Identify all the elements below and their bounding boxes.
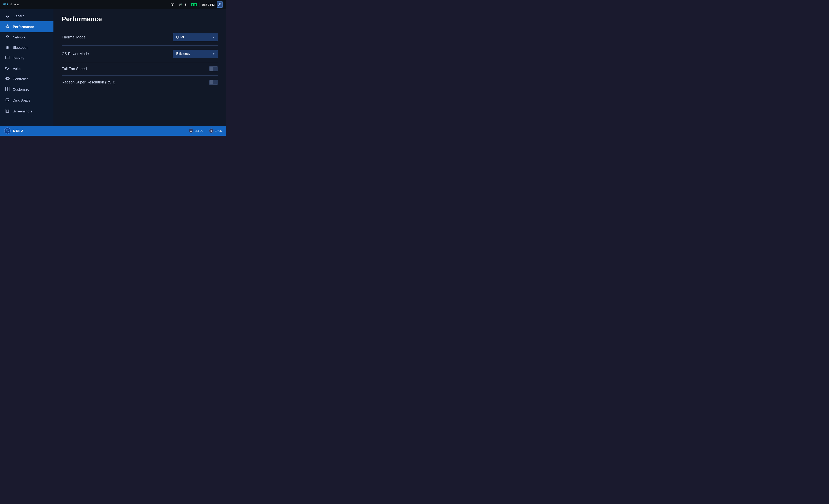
performance-icon — [5, 24, 10, 29]
status-bar: FPS 0 0ms 🎮 ✱ ▮▮▮ 10:59 PM — [0, 0, 226, 9]
divider-2 — [189, 2, 189, 7]
sidebar-item-general[interactable]: ⚙ General — [0, 11, 53, 22]
setting-row-os-power-mode: OS Power Mode Efficiency ▾ — [62, 46, 218, 62]
sidebar-label-performance: Performance — [13, 25, 34, 29]
thermal-mode-label: Thermal Mode — [62, 35, 85, 39]
setting-row-full-fan-speed: Full Fan Speed — [62, 62, 218, 76]
wifi-icon — [171, 3, 175, 7]
sidebar: ⚙ General Performance — [0, 9, 53, 126]
svg-point-1 — [219, 3, 221, 5]
sidebar-item-screenshots[interactable]: Screenshots — [0, 106, 53, 117]
sidebar-label-network: Network — [13, 35, 26, 39]
setting-row-thermal-mode: Thermal Mode Quiet ▾ — [62, 29, 218, 46]
os-power-mode-arrow: ▾ — [213, 52, 214, 56]
os-power-mode-label: OS Power Mode — [62, 52, 89, 56]
os-power-mode-value: Efficiency — [176, 52, 190, 56]
rsr-knob — [210, 80, 213, 84]
sidebar-label-customize: Customize — [13, 87, 29, 92]
svg-rect-26 — [6, 110, 8, 112]
fps-label: FPS — [3, 3, 8, 6]
sidebar-item-performance[interactable]: Performance — [0, 22, 53, 32]
a-button[interactable]: A — [189, 129, 193, 133]
network-icon — [5, 35, 10, 39]
general-icon: ⚙ — [5, 14, 10, 19]
setting-row-rsr: Radeon Super Resolution (RSR) — [62, 76, 218, 89]
display-icon — [5, 56, 10, 61]
sidebar-item-customize[interactable]: Customize — [0, 84, 53, 95]
sidebar-item-network[interactable]: Network — [0, 32, 53, 42]
controller-icon: 🎮 — [179, 3, 182, 6]
svg-rect-9 — [5, 56, 9, 59]
bottom-bar: MENU A SELECT B BACK — [0, 126, 226, 136]
status-left: FPS 0 0ms — [3, 3, 19, 6]
divider-1 — [177, 2, 177, 7]
menu-label: MENU — [13, 129, 23, 132]
select-label: SELECT — [194, 129, 205, 132]
svg-rect-19 — [8, 87, 9, 89]
back-hint: B BACK — [209, 129, 222, 133]
svg-rect-21 — [8, 89, 9, 91]
thermal-mode-value: Quiet — [176, 35, 184, 39]
svg-point-16 — [8, 78, 8, 78]
sidebar-label-diskspace: Disk Space — [13, 99, 30, 103]
back-label: BACK — [215, 129, 222, 132]
thermal-mode-dropdown[interactable]: Quiet ▾ — [173, 33, 218, 41]
bluetooth-icon: ✳ — [5, 45, 10, 50]
battery-icon: ▮▮▮ — [191, 3, 197, 6]
full-fan-speed-label: Full Fan Speed — [62, 67, 87, 71]
bottom-right: A SELECT B BACK — [189, 129, 222, 133]
svg-marker-12 — [5, 67, 8, 70]
content-area: Performance Thermal Mode Quiet ▾ OS Powe… — [53, 9, 226, 126]
sidebar-item-diskspace[interactable]: Disk Space — [0, 95, 53, 106]
time-display: 10:59 PM — [202, 3, 215, 6]
divider-3 — [199, 2, 200, 7]
svg-point-24 — [8, 100, 9, 101]
sidebar-item-display[interactable]: Display — [0, 53, 53, 64]
bottom-left: MENU — [4, 128, 23, 134]
b-button[interactable]: B — [209, 129, 214, 133]
controller-sidebar-icon — [5, 77, 10, 81]
svg-point-17 — [8, 78, 9, 79]
screenshots-icon — [5, 109, 10, 114]
select-hint: A SELECT — [189, 129, 205, 133]
diskspace-icon — [5, 98, 10, 103]
sidebar-item-bluetooth[interactable]: ✳ Bluetooth — [0, 42, 53, 53]
status-right: 🎮 ✱ ▮▮▮ 10:59 PM — [171, 1, 223, 8]
sidebar-label-display: Display — [13, 56, 24, 61]
sidebar-item-controller[interactable]: Controller — [0, 74, 53, 84]
sidebar-item-voice[interactable]: Voice — [0, 64, 53, 74]
sidebar-label-screenshots: Screenshots — [13, 109, 32, 113]
sidebar-label-bluetooth: Bluetooth — [13, 46, 28, 50]
svg-rect-20 — [5, 89, 7, 91]
sidebar-label-voice: Voice — [13, 67, 22, 71]
full-fan-speed-toggle[interactable] — [209, 66, 218, 71]
voice-icon — [5, 66, 10, 71]
rsr-label: Radeon Super Resolution (RSR) — [62, 80, 115, 84]
sidebar-label-controller: Controller — [13, 77, 28, 81]
fps-time: 0ms — [14, 3, 19, 6]
svg-rect-18 — [5, 87, 7, 89]
thermal-mode-arrow: ▾ — [213, 36, 214, 39]
svg-point-0 — [172, 5, 173, 5]
svg-rect-13 — [5, 77, 9, 79]
full-fan-speed-knob — [210, 67, 213, 71]
rsr-toggle[interactable] — [209, 80, 218, 85]
os-power-mode-dropdown[interactable]: Efficiency ▾ — [173, 50, 218, 58]
fps-value: 0 — [10, 3, 12, 6]
page-title: Performance — [62, 15, 218, 23]
customize-icon — [5, 87, 10, 92]
user-avatar[interactable] — [217, 1, 223, 8]
sidebar-label-general: General — [13, 14, 25, 18]
main-layout: ⚙ General Performance — [0, 9, 226, 126]
svg-point-3 — [7, 26, 8, 27]
bluetooth-status-icon: ✱ — [184, 3, 187, 6]
svg-point-8 — [7, 38, 8, 38]
menu-icon — [4, 128, 11, 134]
